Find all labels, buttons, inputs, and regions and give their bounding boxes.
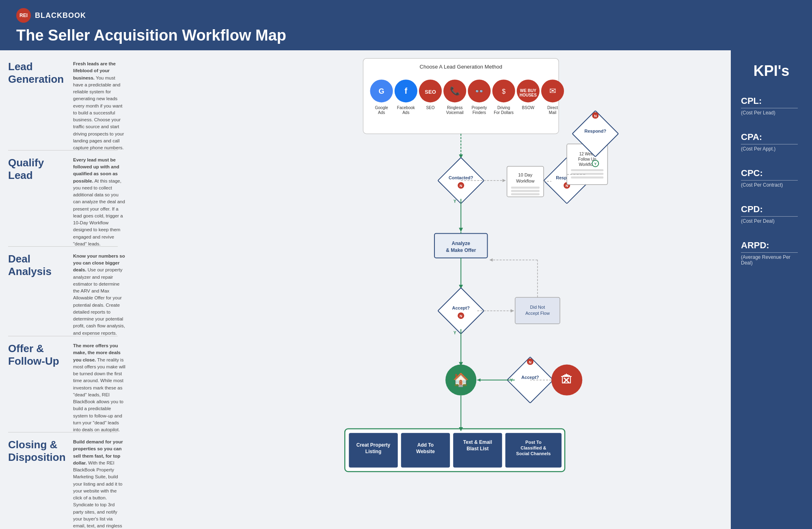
kpi-cpc-sub: (Cost Per Contract) bbox=[741, 182, 798, 188]
svg-text:N: N bbox=[529, 360, 532, 364]
stage-title-qualify: Qualify Lead bbox=[8, 157, 65, 182]
svg-text:Text & Email: Text & Email bbox=[463, 439, 492, 445]
svg-rect-58 bbox=[571, 169, 603, 171]
stage-title-deal: Deal Analysis bbox=[8, 253, 65, 278]
center-flowchart: Choose A Lead Generation Method G Google… bbox=[126, 50, 731, 529]
kpi-arpd-line bbox=[741, 252, 798, 253]
svg-text:🏚: 🏚 bbox=[560, 372, 573, 387]
stage-lead-generation: Lead Generation Fresh leads are the life… bbox=[0, 54, 126, 150]
svg-text:Ringless: Ringless bbox=[447, 105, 462, 110]
svg-text:Blast List: Blast List bbox=[466, 446, 488, 452]
svg-text:Accept?: Accept? bbox=[452, 305, 470, 310]
kpi-panel-title: KPI's bbox=[754, 62, 790, 80]
stage-label-deal: Deal Analysis bbox=[8, 253, 65, 278]
kpi-cpd-label: CPD: bbox=[741, 204, 798, 215]
svg-rect-45 bbox=[511, 193, 540, 195]
svg-text:SEO: SEO bbox=[426, 105, 434, 110]
svg-text:✉: ✉ bbox=[549, 86, 556, 95]
svg-text:Voicemail: Voicemail bbox=[446, 110, 464, 115]
svg-text:N: N bbox=[460, 184, 462, 188]
kpi-arpd-sub: (Average Revenue Per Deal) bbox=[741, 254, 802, 266]
svg-text:Accept?: Accept? bbox=[521, 375, 539, 380]
svg-marker-39 bbox=[503, 179, 506, 182]
flow-svg: Choose A Lead Generation Method G Google… bbox=[130, 54, 727, 529]
svg-marker-48 bbox=[459, 228, 463, 232]
svg-text:G: G bbox=[379, 87, 384, 95]
stage-desc-deal: Know your numbers so you can close bigge… bbox=[73, 253, 126, 337]
kpi-cpd-line bbox=[741, 216, 798, 217]
svg-text:Classified &: Classified & bbox=[520, 445, 546, 450]
svg-text:Did Not: Did Not bbox=[530, 305, 545, 310]
stage-desc-text-3: The reality is most offers you make will… bbox=[73, 357, 125, 432]
kpi-cpl: CPL: (Cost Per Lead) bbox=[741, 96, 798, 116]
svg-rect-60 bbox=[571, 176, 603, 178]
stage-desc-closing: Build demand for your properties so you … bbox=[73, 439, 126, 529]
stage-label-closing: Closing & Disposition bbox=[8, 439, 65, 464]
kpi-cpc-line bbox=[741, 180, 798, 181]
page-title: The Seller Acquisition Workflow Map bbox=[16, 27, 796, 44]
svg-text:N: N bbox=[460, 314, 462, 318]
kpi-cpc: CPC: (Cost Per Contract) bbox=[741, 168, 798, 188]
kpi-cpl-line bbox=[741, 108, 798, 108]
svg-text:BSOW: BSOW bbox=[522, 105, 535, 110]
svg-text:Workflow: Workflow bbox=[516, 178, 534, 183]
stage-desc-text-4: With the REI BlackBook Property Marketin… bbox=[73, 460, 122, 529]
kpi-cpa-sub: (Cost Per Appt.) bbox=[741, 146, 798, 152]
stage-desc-text-1: At this stage, you need to collect addit… bbox=[73, 178, 125, 246]
svg-marker-97 bbox=[477, 378, 480, 382]
kpi-cpa: CPA: (Cost Per Appt.) bbox=[741, 132, 798, 152]
stage-desc-lead-gen: Fresh leads are the lifeblood of your bu… bbox=[73, 60, 126, 151]
lead-gen-title: Choose A Lead Generation Method bbox=[419, 64, 502, 70]
svg-marker-79 bbox=[511, 309, 514, 312]
svg-text:& Make Offer: & Make Offer bbox=[446, 247, 476, 253]
svg-rect-44 bbox=[511, 190, 540, 192]
svg-text:Contacted?: Contacted? bbox=[449, 175, 473, 180]
stage-qualify-lead: Qualify Lead Every lead must be followed… bbox=[0, 151, 126, 246]
kpi-cpa-line bbox=[741, 144, 798, 144]
svg-text:Respond?: Respond? bbox=[584, 129, 606, 133]
stage-offer-followup: Offer & Follow-Up The more offers you ma… bbox=[0, 336, 126, 432]
logo-rei: REI bbox=[19, 13, 28, 18]
kpi-cpl-sub: (Cost Per Lead) bbox=[741, 110, 798, 116]
svg-marker-88 bbox=[490, 258, 493, 262]
svg-text:Y: Y bbox=[454, 331, 456, 335]
stage-deal-analysis: Deal Analysis Know your numbers so you c… bbox=[0, 247, 126, 336]
kpi-arpd: ARPD: (Average Revenue Per Deal) bbox=[741, 240, 802, 266]
svg-text:Listing: Listing bbox=[365, 449, 381, 454]
kpi-arpd-label: ARPD: bbox=[741, 240, 802, 251]
kpi-cpa-label: CPA: bbox=[741, 132, 798, 142]
header: REI BLACKBOOK The Seller Acquisition Wor… bbox=[0, 0, 812, 50]
svg-text:Y: Y bbox=[594, 162, 596, 166]
svg-text:Analyze: Analyze bbox=[452, 241, 471, 246]
left-labels: Lead Generation Fresh leads are the life… bbox=[0, 50, 126, 529]
svg-text:Finders: Finders bbox=[473, 110, 486, 115]
stage-label-offer: Offer & Follow-Up bbox=[8, 342, 65, 368]
kpi-panel: KPI's CPL: (Cost Per Lead) CPA: (Cost Pe… bbox=[731, 50, 812, 529]
kpi-cpd: CPD: (Cost Per Deal) bbox=[741, 204, 798, 224]
brand-name: BLACKBOOK bbox=[35, 11, 86, 20]
svg-rect-74 bbox=[438, 288, 484, 334]
main-content: REI BLACKBOOK The Seller Acquisition Wor… bbox=[0, 0, 812, 529]
stage-title-closing: Closing & Disposition bbox=[8, 439, 65, 464]
svg-text:Driving: Driving bbox=[497, 105, 510, 110]
stage-desc-qualify: Every lead must be followed up with and … bbox=[73, 157, 126, 247]
svg-text:👓: 👓 bbox=[475, 87, 484, 96]
svg-text:$: $ bbox=[502, 88, 505, 95]
svg-text:Accept Flow: Accept Flow bbox=[525, 311, 550, 316]
svg-text:Property: Property bbox=[471, 105, 487, 110]
svg-text:Google: Google bbox=[375, 105, 388, 110]
svg-text:Direct: Direct bbox=[547, 105, 558, 110]
body-area: Lead Generation Fresh leads are the life… bbox=[0, 50, 812, 529]
svg-text:WE BUY: WE BUY bbox=[520, 88, 536, 93]
svg-text:SEO: SEO bbox=[425, 89, 436, 95]
svg-text:Social Channels: Social Channels bbox=[516, 451, 551, 456]
svg-text:N: N bbox=[594, 114, 597, 118]
svg-text:Post To: Post To bbox=[525, 440, 542, 445]
stage-desc-text-2: Use our property analyzer and repair est… bbox=[73, 267, 125, 335]
svg-text:10 Day: 10 Day bbox=[518, 172, 532, 177]
svg-text:HOUSES: HOUSES bbox=[520, 93, 537, 97]
svg-rect-59 bbox=[571, 173, 603, 175]
stage-closing: Closing & Disposition Build demand for y… bbox=[0, 432, 126, 529]
svg-text:Add To: Add To bbox=[417, 442, 434, 448]
stage-label-lead-gen: Lead Generation bbox=[8, 60, 65, 86]
